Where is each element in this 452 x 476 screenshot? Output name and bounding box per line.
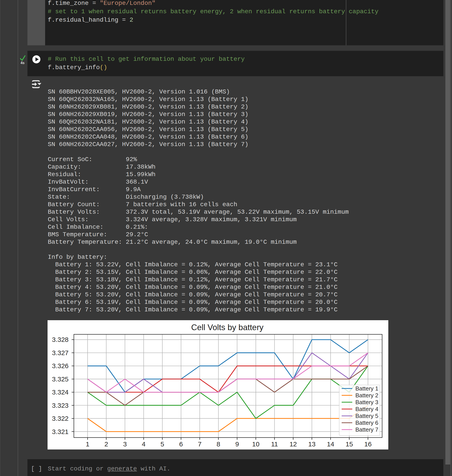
svg-text:13: 13 <box>308 440 316 448</box>
svg-text:3.323: 3.323 <box>52 402 69 409</box>
svg-text:15: 15 <box>346 440 353 448</box>
svg-text:7: 7 <box>198 440 202 448</box>
svg-text:Battery 6: Battery 6 <box>355 419 378 426</box>
svg-text:14: 14 <box>327 440 334 448</box>
svg-text:3.326: 3.326 <box>52 362 69 370</box>
svg-text:Battery 5: Battery 5 <box>355 413 378 419</box>
svg-text:8: 8 <box>217 440 220 448</box>
svg-text:3: 3 <box>123 440 127 448</box>
svg-text:Battery 7: Battery 7 <box>355 426 378 433</box>
svg-text:3.325: 3.325 <box>52 375 69 383</box>
svg-text:2: 2 <box>104 440 108 448</box>
svg-text:3.322: 3.322 <box>52 415 69 422</box>
svg-text:16: 16 <box>364 440 372 448</box>
svg-text:12: 12 <box>289 440 297 448</box>
svg-text:Cell Volts by battery: Cell Volts by battery <box>191 323 264 332</box>
svg-text:6: 6 <box>179 440 183 448</box>
svg-text:3.324: 3.324 <box>52 389 69 396</box>
svg-text:Battery 1: Battery 1 <box>355 385 378 392</box>
svg-text:Battery 4: Battery 4 <box>355 406 378 412</box>
svg-text:Battery 2: Battery 2 <box>355 392 378 399</box>
svg-text:9: 9 <box>235 440 239 448</box>
svg-text:3.321: 3.321 <box>52 428 69 435</box>
svg-text:10: 10 <box>252 440 259 448</box>
svg-text:3.327: 3.327 <box>52 349 69 356</box>
svg-text:1: 1 <box>86 440 90 448</box>
svg-text:4: 4 <box>142 440 146 448</box>
svg-text:11: 11 <box>271 440 278 448</box>
svg-text:3.328: 3.328 <box>52 336 69 343</box>
svg-text:5: 5 <box>160 440 164 448</box>
svg-text:Battery 3: Battery 3 <box>355 399 378 405</box>
